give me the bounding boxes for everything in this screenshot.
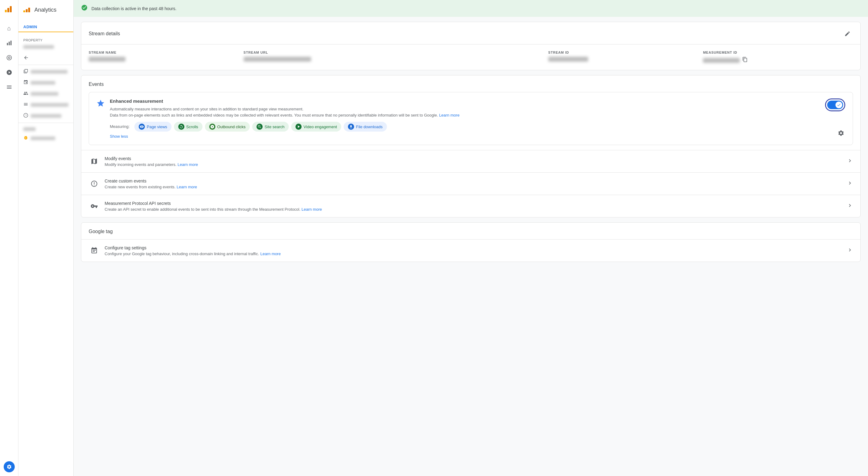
custom-dims-text — [31, 103, 68, 107]
measurement-protocol-chevron — [847, 202, 853, 210]
events-card: Events Enhanced measurement Automaticall… — [81, 75, 861, 218]
admin-item-debug[interactable] — [19, 133, 73, 144]
chip-file-downloads[interactable]: File downloads — [344, 122, 387, 132]
stream-id-field: STREAM ID — [548, 51, 698, 64]
create-custom-events-title: Create custom events — [105, 179, 842, 183]
modify-events-title: Modify events — [105, 156, 842, 161]
google-tag-card: Google tag Configure tag settings Config… — [81, 222, 861, 262]
measurement-protocol-item[interactable]: Measurement Protocol API secrets Create … — [81, 195, 860, 217]
sidebar-item-home[interactable]: ⌂ — [3, 22, 16, 34]
measurement-protocol-content: Measurement Protocol API secrets Create … — [105, 201, 842, 212]
admin-divider-2 — [19, 123, 73, 123]
custom-dims-icon — [23, 102, 28, 108]
logo-bar-2 — [7, 8, 9, 12]
modify-events-chevron — [847, 158, 853, 165]
toggle-knob — [835, 101, 842, 108]
stream-details-title: Stream details — [89, 31, 120, 36]
stream-details-edit-button[interactable] — [842, 28, 853, 39]
admin-item-custom-metrics[interactable] — [19, 110, 73, 122]
configure-tag-desc: Configure your Google tag behaviour, inc… — [105, 252, 842, 256]
measurement-id-field: MEASUREMENT ID — [703, 51, 853, 64]
enhanced-desc-1: Automatically measure interactions and c… — [110, 106, 815, 118]
property-blurred — [23, 45, 54, 49]
data-streams-text — [31, 70, 67, 74]
admin-item-audiences[interactable] — [19, 88, 73, 99]
create-custom-events-desc: Create new events from existing events. … — [105, 185, 842, 189]
site-search-icon — [256, 124, 262, 130]
debug-text — [31, 136, 55, 140]
copy-icon[interactable] — [742, 57, 748, 64]
sidebar-item-configure[interactable] — [3, 81, 16, 93]
chip-video-engagement[interactable]: Video engagement — [291, 122, 341, 132]
page-views-icon — [139, 124, 145, 130]
stream-details-card: Stream details STREAM NAME STREAM URL ST… — [81, 22, 861, 70]
modify-events-item[interactable]: Modify events Modify incoming events and… — [81, 150, 860, 172]
enhanced-measurement-icon — [96, 99, 105, 109]
logo-bar-s1 — [23, 10, 25, 12]
file-downloads-icon — [348, 124, 354, 130]
enhanced-measurement-toggle[interactable] — [825, 98, 845, 111]
create-custom-events-chevron — [847, 180, 853, 188]
admin-logo-row: Analytics — [19, 0, 73, 20]
measuring-settings-button[interactable] — [835, 128, 846, 139]
admin-item-events[interactable] — [19, 77, 73, 88]
create-custom-events-item[interactable]: Create custom events Create new events f… — [81, 172, 860, 195]
chip-scrolls[interactable]: Scrolls — [174, 122, 203, 132]
audiences-icon — [23, 91, 28, 97]
back-button[interactable] — [19, 52, 73, 63]
enhanced-measurement: Enhanced measurement Automatically measu… — [89, 92, 853, 145]
chip-site-search-label: Site search — [265, 125, 284, 129]
debug-icon — [23, 135, 28, 141]
svg-rect-1 — [8, 42, 9, 45]
modify-events-learn-more[interactable]: Learn more — [178, 162, 198, 167]
measurement-id-blurred — [703, 58, 740, 63]
logo-icon — [5, 6, 12, 12]
logo-bar-s3 — [28, 8, 30, 12]
events-header: Events — [81, 75, 860, 92]
property-label: Property — [19, 35, 73, 43]
measuring-label: Measuring: — [110, 122, 129, 129]
admin-label: ADMIN — [23, 25, 68, 32]
configure-tag-icon — [89, 245, 100, 256]
settings-button[interactable] — [4, 461, 15, 472]
measurement-id-label: MEASUREMENT ID — [703, 51, 853, 54]
stream-url-blurred — [244, 57, 311, 62]
create-custom-events-learn-more[interactable]: Learn more — [177, 185, 197, 189]
stream-id-value — [548, 57, 698, 62]
measurement-protocol-icon — [89, 200, 100, 212]
chip-outbound-clicks[interactable]: Outbound clicks — [205, 122, 250, 132]
custom-metrics-text — [31, 114, 61, 118]
show-less-button[interactable]: Show less — [110, 134, 128, 139]
configure-tag-item[interactable]: Configure tag settings Configure your Go… — [81, 239, 860, 262]
chip-page-views-label: Page views — [147, 125, 167, 129]
sidebar-item-explore[interactable] — [3, 52, 16, 64]
configure-tag-learn-more[interactable]: Learn more — [260, 252, 280, 256]
admin-panel: Analytics ADMIN Property — [19, 0, 74, 476]
custom-metrics-icon — [23, 113, 28, 119]
measurement-protocol-learn-more[interactable]: Learn more — [302, 207, 322, 212]
modify-events-content: Modify events Modify incoming events and… — [105, 156, 842, 167]
chip-scrolls-label: Scrolls — [186, 125, 198, 129]
events-title: Events — [89, 82, 104, 87]
stream-url-value — [244, 57, 544, 62]
toggle-switch — [827, 101, 843, 109]
measurement-protocol-desc: Create an API secret to enable additiona… — [105, 207, 842, 212]
chip-page-views[interactable]: Page views — [134, 122, 171, 132]
chip-site-search[interactable]: Site search — [252, 122, 289, 132]
admin-item-custom-dims[interactable] — [19, 99, 73, 110]
sidebar-item-reports[interactable] — [3, 37, 16, 49]
configure-tag-title: Configure tag settings — [105, 245, 842, 250]
alert-icon — [81, 4, 88, 12]
alert-bar: Data collection is active in the past 48… — [74, 0, 868, 17]
data-streams-icon — [23, 69, 28, 75]
stream-details-header: Stream details — [81, 22, 860, 44]
chip-file-downloads-label: File downloads — [356, 125, 382, 129]
property-value — [19, 43, 73, 52]
google-tag-title: Google tag — [89, 229, 113, 234]
sidebar-item-advertising[interactable] — [3, 66, 16, 78]
admin-item-data-streams[interactable] — [19, 66, 73, 77]
logo-bar-1 — [5, 10, 7, 12]
events-text — [31, 81, 55, 85]
scrolls-icon — [178, 124, 184, 130]
enhanced-learn-more[interactable]: Learn more — [439, 113, 459, 118]
